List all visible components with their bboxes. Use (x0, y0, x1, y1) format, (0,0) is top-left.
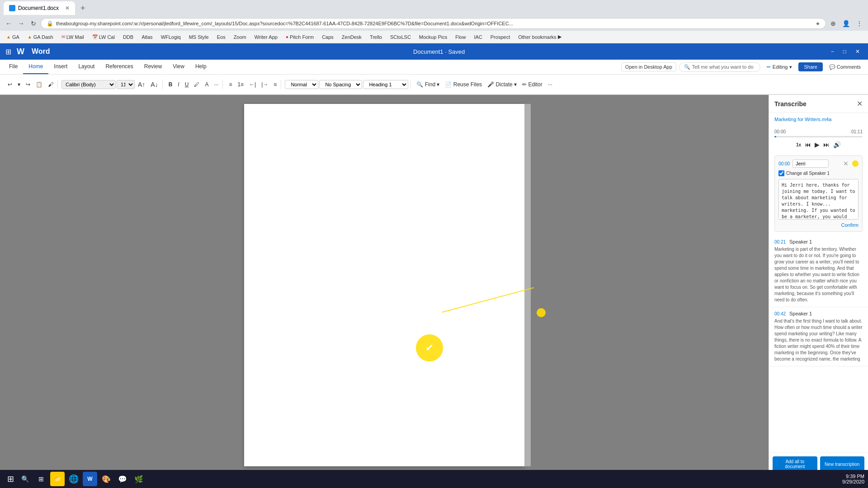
numbered-list-btn[interactable]: 1≡ (235, 80, 246, 89)
undo-btn[interactable]: ↩ (5, 80, 14, 89)
bookmark-wflogiq[interactable]: WFLogiq (158, 33, 184, 41)
reload-btn[interactable]: ↻ (29, 18, 38, 29)
taskbar-task-view[interactable]: ⊞ (34, 472, 48, 486)
back-btn[interactable]: ← (4, 18, 14, 29)
speaker-name-input[interactable] (793, 160, 829, 168)
menu-btn[interactable]: ⋮ (854, 18, 864, 29)
new-tab-btn[interactable]: + (77, 4, 89, 13)
tab-insert[interactable]: Insert (48, 60, 73, 74)
bookmark-ddb[interactable]: DDB (120, 33, 136, 41)
highlight-btn[interactable]: 🖊 (192, 80, 202, 89)
underline-btn[interactable]: U (183, 80, 191, 89)
italic-btn[interactable]: I (175, 80, 181, 89)
bookmark-zoom[interactable]: Zoom (231, 33, 249, 41)
bullet-list-btn[interactable]: ≡ (226, 80, 234, 89)
indent-decrease-btn[interactable]: ←| (247, 80, 258, 89)
bookmark-zendesk[interactable]: ZenDesk (339, 33, 364, 41)
more-btn[interactable]: ··· (546, 80, 555, 89)
font-size-select[interactable]: 11 (117, 80, 135, 89)
bookmark-ga-dash[interactable]: ▲ GA Dash (25, 33, 56, 41)
bookmark-sctolsc[interactable]: SCtoLSC (387, 33, 414, 41)
browser-tab[interactable]: Document1.docx ✕ (4, 1, 75, 15)
tab-references[interactable]: References (100, 60, 138, 74)
address-bar[interactable]: 🔒 theaboutgroup-my.sharepoint.com/:w:/r/… (41, 18, 826, 29)
play-btn[interactable]: ▶ (815, 141, 820, 148)
bookmark-lw-cal[interactable]: 📅 LW Cal (90, 33, 118, 41)
bookmark-pitch-form[interactable]: ● Pitch Form (283, 33, 316, 41)
skip-forward-btn[interactable]: ⏭ (823, 141, 830, 148)
more-format-btn[interactable]: ··· (212, 80, 221, 89)
tab-file[interactable]: File (4, 60, 23, 74)
edit-textarea[interactable]: Hi Jerri here, thanks for joining me tod… (778, 179, 859, 220)
tab-help[interactable]: Help (190, 60, 212, 74)
taskbar-app-5[interactable]: 🎨 (99, 472, 113, 486)
indent-increase-btn[interactable]: |→ (259, 80, 270, 89)
share-btn[interactable]: Share (798, 62, 822, 71)
redo-btn[interactable]: ↪ (24, 80, 33, 89)
dictate-btn[interactable]: 🎤 Dictate ▾ (485, 80, 519, 89)
tab-close-btn[interactable]: ✕ (65, 5, 70, 11)
forward-btn[interactable]: → (16, 18, 26, 29)
panel-close-btn[interactable]: ✕ (857, 99, 863, 108)
find-btn[interactable]: 🔍 Find ▾ (414, 80, 442, 89)
taskbar-word[interactable]: W (83, 472, 97, 486)
tab-home[interactable]: Home (23, 60, 48, 74)
align-btn[interactable]: ≡ (271, 80, 279, 89)
taskbar-app-7[interactable]: 🌿 (132, 472, 146, 486)
extensions-btn[interactable]: ⊕ (829, 18, 838, 29)
bookmark-lw-mail[interactable]: ✉ LW Mail (59, 33, 87, 41)
taskbar-app-6[interactable]: 💬 (115, 472, 130, 486)
add-all-btn[interactable]: Add all to document (773, 456, 817, 472)
bookmark-eos[interactable]: Eos (214, 33, 228, 41)
tab-review[interactable]: Review (139, 60, 167, 74)
font-color-btn[interactable]: A (203, 80, 211, 89)
speed-btn[interactable]: 1x (796, 142, 801, 147)
new-transcription-btn[interactable]: New transcription (820, 456, 865, 472)
bookmark-writer-app[interactable]: Writer App (252, 33, 280, 41)
start-btn[interactable]: ⊞ (4, 472, 18, 486)
minimize-btn[interactable]: − (828, 47, 837, 56)
confirm-btn[interactable]: Confirm (841, 222, 859, 228)
taskbar-file-explorer[interactable]: 📁 (50, 472, 65, 486)
document-page[interactable] (244, 104, 524, 466)
bookmark-flow[interactable]: Flow (453, 33, 468, 41)
open-desktop-btn[interactable]: Open in Desktop App (621, 62, 676, 71)
tell-me-input[interactable]: 🔍 Tell me what you want to do (679, 62, 760, 72)
progress-track[interactable] (774, 136, 863, 137)
bookmark-atlas[interactable]: Atlas (139, 33, 155, 41)
profile-btn[interactable]: 👤 (840, 18, 852, 29)
editing-btn[interactable]: ✏ Editing ▾ (763, 62, 796, 72)
close-window-btn[interactable]: ✕ (853, 47, 863, 56)
tab-layout[interactable]: Layout (73, 60, 100, 74)
format-painter-btn[interactable]: 🖌 (46, 80, 56, 89)
bookmark-prospect[interactable]: Prospect (488, 33, 513, 41)
bookmark-trello[interactable]: Trello (367, 33, 385, 41)
font-shrink-btn[interactable]: A↓ (148, 80, 160, 89)
tab-view[interactable]: View (167, 60, 190, 74)
taskbar-search[interactable]: 🔍 (18, 472, 32, 486)
bookmark-ms-style[interactable]: MS Style (186, 33, 212, 41)
waffle-icon[interactable]: ⊞ (5, 47, 11, 56)
bookmark-iac[interactable]: IAC (471, 33, 485, 41)
taskbar-chrome[interactable]: 🌐 (66, 472, 81, 486)
style-normal-select[interactable]: Normal (285, 80, 318, 89)
bookmark-other[interactable]: Other bookmarks ▶ (515, 33, 564, 41)
reuse-files-btn[interactable]: 📄 Reuse Files (443, 80, 484, 89)
undo-dropdown-btn[interactable]: ▾ (15, 80, 23, 89)
restore-btn[interactable]: □ (840, 47, 849, 56)
change-all-checkbox[interactable] (778, 170, 784, 176)
volume-btn[interactable]: 🔊 (833, 141, 841, 148)
bookmark-mockup-pics[interactable]: Mockup Pics (416, 33, 450, 41)
style-no-spacing-select[interactable]: No Spacing (319, 80, 362, 89)
file-name-link[interactable]: Marketing for Writers.m4a (769, 113, 868, 126)
comments-btn[interactable]: 💬 Comments (826, 62, 864, 72)
bookmark-caps[interactable]: Caps (319, 33, 336, 41)
font-select[interactable]: Calibri (Body) (61, 80, 116, 89)
bold-btn[interactable]: B (166, 80, 175, 89)
close-edit-btn[interactable]: ✕ (843, 160, 849, 167)
style-heading1-select[interactable]: Heading 1 (363, 80, 408, 89)
font-grow-btn[interactable]: A↑ (136, 80, 147, 89)
clipboard-btn[interactable]: 📋 (33, 80, 45, 89)
skip-back-btn[interactable]: ⏮ (805, 141, 811, 148)
editor-btn[interactable]: ✏ Editor (520, 80, 545, 89)
